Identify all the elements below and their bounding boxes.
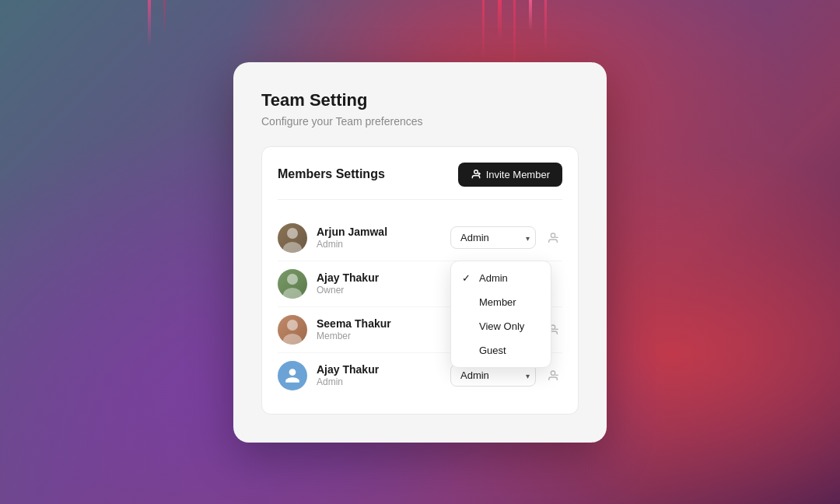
invite-button-label: Invite Member xyxy=(486,169,550,180)
svg-point-3 xyxy=(551,233,555,237)
drip-decoration xyxy=(482,0,485,62)
role-dropdown-menu: ✓ Admin ✓ Member ✓ View Only ✓ Guest xyxy=(450,261,551,368)
avatar xyxy=(278,269,307,299)
remove-member-button[interactable] xyxy=(544,229,562,247)
avatar xyxy=(278,361,307,390)
page-title: Team Setting xyxy=(261,90,579,110)
invite-member-button[interactable]: Invite Member xyxy=(458,163,562,187)
member-info: Ajay Thakur Admin xyxy=(317,363,450,387)
member-role-label: Admin xyxy=(317,239,450,250)
check-icon: ✓ xyxy=(462,272,473,284)
drip-decoration xyxy=(529,0,532,31)
member-name: Arjun Jamwal xyxy=(317,226,450,238)
dropdown-item-member[interactable]: ✓ Member xyxy=(451,290,551,314)
user-plus-icon xyxy=(471,169,481,180)
svg-point-7 xyxy=(551,371,555,375)
role-select-wrapper: Admin Member View Only Guest ▾ ✓ Admin ✓… xyxy=(450,226,536,249)
dropdown-item-viewonly[interactable]: ✓ View Only xyxy=(451,314,551,338)
drip-decoration xyxy=(163,0,166,35)
avatar-image xyxy=(278,223,307,253)
team-settings-card: Team Setting Configure your Team prefere… xyxy=(233,62,607,443)
user-minus-icon xyxy=(547,232,559,244)
member-info: Seema Thakur Member xyxy=(317,317,450,341)
user-avatar-icon xyxy=(284,367,301,384)
drip-decoration xyxy=(498,0,502,43)
dropdown-label-guest: Guest xyxy=(479,345,506,356)
avatar xyxy=(278,315,307,345)
svg-point-5 xyxy=(551,325,555,329)
user-minus-icon xyxy=(547,369,559,382)
member-name: Seema Thakur xyxy=(317,317,450,330)
role-select[interactable]: Admin Member View Only Guest xyxy=(450,226,536,249)
member-info: Arjun Jamwal Admin xyxy=(317,226,450,250)
avatar xyxy=(278,223,307,253)
members-header: Members Settings Invite Member xyxy=(278,163,562,200)
drip-decoration xyxy=(544,0,547,54)
members-panel-title: Members Settings xyxy=(278,167,385,181)
drip-decoration xyxy=(148,0,151,47)
svg-point-0 xyxy=(474,170,478,174)
dropdown-item-admin[interactable]: ✓ Admin xyxy=(451,266,551,290)
avatar-image xyxy=(278,269,307,299)
dropdown-label-member: Member xyxy=(479,296,516,308)
dropdown-label-admin: Admin xyxy=(479,272,508,284)
members-panel: Members Settings Invite Member Arjun Jam… xyxy=(261,146,579,415)
remove-member-button[interactable] xyxy=(544,366,562,385)
member-row: Arjun Jamwal Admin Admin Member View Onl… xyxy=(278,215,562,261)
member-name: Ajay Thakur xyxy=(317,363,450,376)
page-subtitle: Configure your Team preferences xyxy=(261,115,579,128)
dropdown-item-guest[interactable]: ✓ Guest xyxy=(451,338,551,362)
dropdown-label-viewonly: View Only xyxy=(479,320,524,332)
member-role-label: Member xyxy=(317,331,450,341)
member-role-label: Admin xyxy=(317,376,450,387)
avatar-image xyxy=(278,315,307,345)
